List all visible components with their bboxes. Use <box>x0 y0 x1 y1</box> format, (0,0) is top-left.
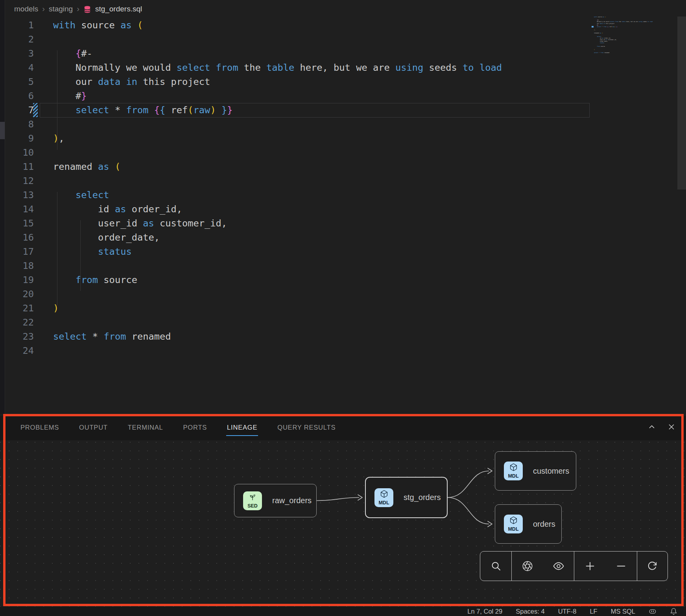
line-number: 13 <box>5 188 34 202</box>
status-cursor-position[interactable]: Ln 7, Col 29 <box>467 608 502 615</box>
line-number: 17 <box>5 245 34 259</box>
close-icon[interactable] <box>667 423 676 431</box>
lineage-node-stg_orders[interactable]: MDLstg_orders <box>365 477 448 518</box>
line-number: 6 <box>5 89 34 103</box>
code-line[interactable] <box>53 287 502 301</box>
minimap-change-marker <box>592 26 594 28</box>
code-line[interactable]: select * from {{ ref(raw) }} <box>53 103 502 117</box>
code-line[interactable]: status <box>53 245 502 259</box>
tab-query-results[interactable]: QUERY RESULTS <box>277 421 336 436</box>
chevron-up-icon[interactable] <box>647 423 656 431</box>
minimap[interactable]: with source as ( {#- Normally we would s… <box>594 16 666 55</box>
lineage-toolbar <box>480 551 668 581</box>
eye-icon[interactable] <box>553 560 564 572</box>
line-number: 4 <box>5 61 34 75</box>
line-number: 21 <box>5 301 34 315</box>
status-eol[interactable]: LF <box>590 608 597 615</box>
lineage-node-raw_orders[interactable]: SEDraw_orders <box>234 484 317 517</box>
code-line[interactable]: user_id as customer_id, <box>53 216 502 230</box>
line-number: 24 <box>5 344 34 358</box>
indent-guide <box>57 192 57 305</box>
line-number: 5 <box>5 75 34 89</box>
code-line[interactable] <box>53 344 502 358</box>
node-badge-label: MDL <box>508 473 518 479</box>
line-number: 22 <box>5 315 34 329</box>
lineage-node-orders[interactable]: MDLorders <box>495 504 562 544</box>
code-line[interactable]: Normally we would select from the table … <box>53 61 502 75</box>
cube-icon <box>380 490 388 500</box>
node-badge: MDL <box>504 462 523 480</box>
line-number: 1 <box>5 18 34 32</box>
minimap-line <box>594 53 666 55</box>
cube-icon <box>509 516 518 526</box>
seedling-icon <box>248 493 257 503</box>
bell-icon[interactable] <box>670 608 677 615</box>
breadcrumb: models › staging › stg_orders.sql <box>14 0 142 18</box>
tab-lineage[interactable]: LINEAGE <box>226 421 258 436</box>
zoom-in-icon[interactable] <box>584 560 596 572</box>
code-line[interactable]: from source <box>53 273 502 287</box>
vscode-window: models › staging › stg_orders.sql 123456… <box>0 0 686 616</box>
code-line[interactable] <box>53 32 502 46</box>
code-line[interactable]: order_date, <box>53 230 502 245</box>
code-line[interactable] <box>53 315 502 329</box>
status-indentation[interactable]: Spaces: 4 <box>516 608 544 615</box>
line-number: 23 <box>5 329 34 344</box>
toolbar-group <box>574 552 636 581</box>
node-label: raw_orders <box>272 496 312 505</box>
code-line[interactable]: ) <box>53 301 502 315</box>
cube-icon <box>509 463 518 473</box>
activity-strip-marker <box>0 122 5 139</box>
node-badge: MDL <box>504 515 523 533</box>
editor-gutter: 123456789101112131415161718192021222324 <box>5 18 34 358</box>
tab-problems[interactable]: PROBLEMS <box>20 421 60 436</box>
code-line[interactable] <box>53 117 502 131</box>
tab-output[interactable]: OUTPUT <box>78 421 109 436</box>
status-language-mode[interactable]: MS SQL <box>611 608 635 615</box>
status-encoding[interactable]: UTF-8 <box>558 608 577 615</box>
bottom-panel: PROBLEMS OUTPUT TERMINAL PORTS LINEAGE Q… <box>0 414 686 607</box>
line-number: 11 <box>5 160 34 174</box>
code-line[interactable]: renamed as ( <box>53 160 502 174</box>
breadcrumb-item-staging[interactable]: staging <box>49 5 73 13</box>
code-line[interactable] <box>53 174 502 188</box>
code-line[interactable]: with source as ( <box>53 18 502 32</box>
code-content[interactable]: with source as ( {#- Normally we would s… <box>53 18 502 358</box>
panel-tab-bar: PROBLEMS OUTPUT TERMINAL PORTS LINEAGE Q… <box>0 416 686 440</box>
code-line[interactable]: ), <box>53 131 502 145</box>
breadcrumb-item-file[interactable]: stg_orders.sql <box>95 5 142 13</box>
code-line[interactable] <box>53 259 502 273</box>
code-line[interactable] <box>53 145 502 160</box>
code-line[interactable]: id as order_id, <box>53 202 502 216</box>
code-line[interactable]: #} <box>53 89 502 103</box>
code-line[interactable]: select <box>53 188 502 202</box>
breadcrumb-item-models[interactable]: models <box>14 5 38 13</box>
tab-ports[interactable]: PORTS <box>183 421 208 436</box>
line-number: 2 <box>5 32 34 46</box>
vertical-scrollbar[interactable] <box>677 17 686 189</box>
node-label: orders <box>533 520 555 529</box>
node-label: customers <box>533 467 569 476</box>
code-line[interactable]: our data in this project <box>53 75 502 89</box>
line-number: 3 <box>5 46 34 61</box>
code-line[interactable]: select * from renamed <box>53 329 502 344</box>
aperture-icon[interactable] <box>522 560 533 572</box>
refresh-icon[interactable] <box>646 560 658 572</box>
lineage-edges <box>0 440 686 607</box>
lineage-canvas[interactable]: SEDraw_ordersMDLstg_ordersMDLcustomersMD… <box>0 440 686 607</box>
zoom-out-icon[interactable] <box>615 560 627 572</box>
toolbar-group <box>637 552 668 581</box>
panel-actions <box>647 423 676 431</box>
line-number: 7 <box>5 103 34 117</box>
lineage-node-customers[interactable]: MDLcustomers <box>495 451 576 491</box>
toolbar-group <box>511 552 574 581</box>
copilot-icon[interactable] <box>649 607 656 615</box>
indent-guide <box>80 220 81 291</box>
search-icon[interactable] <box>490 560 502 572</box>
line-number: 10 <box>5 145 34 160</box>
line-number: 19 <box>5 273 34 287</box>
indent-guide <box>57 50 57 150</box>
code-line[interactable]: {#- <box>53 46 502 61</box>
tab-terminal[interactable]: TERMINAL <box>127 421 164 436</box>
chevron-right-icon: › <box>42 4 45 13</box>
